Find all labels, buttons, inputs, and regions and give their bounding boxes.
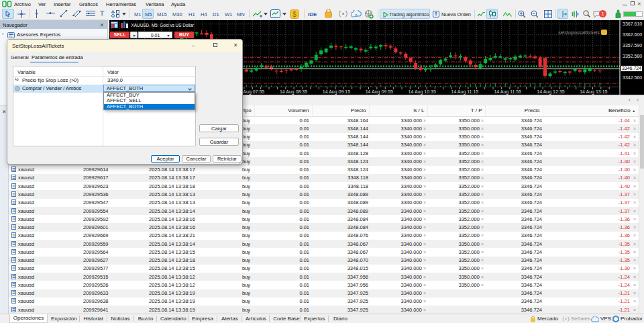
svg-text:$: $ <box>292 11 297 18</box>
